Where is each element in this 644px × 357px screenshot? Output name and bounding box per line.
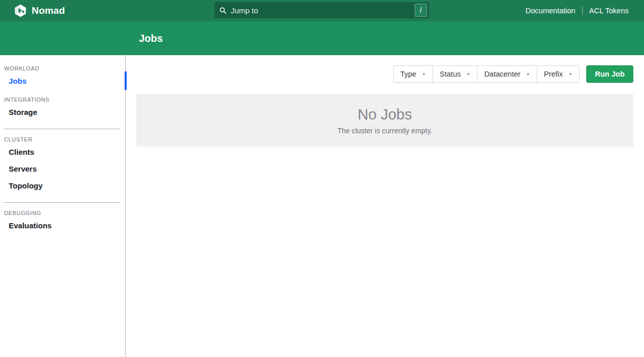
topbar-links: Documentation ACL Tokens [526,7,644,15]
empty-state-title: No Jobs [357,106,412,123]
keyboard-shortcut-badge: / [415,4,427,17]
search-input[interactable] [227,6,415,15]
type-filter-label: Type [400,70,416,78]
page-title: Jobs [139,33,163,44]
sidebar-divider [4,202,121,203]
sidebar-section-debugging: DEBUGGING [4,210,121,216]
sidebar-section-integrations: INTEGRATIONS [4,97,121,103]
chevron-down-icon: ▼ [526,72,531,77]
page-header: Jobs [0,21,644,55]
acl-tokens-link[interactable]: ACL Tokens [589,7,629,15]
datacenter-filter-dropdown[interactable]: Datacenter ▼ [477,65,537,83]
brand-name: Nomad [32,5,65,16]
sidebar-divider [4,129,121,129]
run-job-button[interactable]: Run Job [586,65,633,83]
empty-state: No Jobs The cluster is currently empty. [136,94,633,147]
chevron-down-icon: ▼ [466,72,471,77]
layout: WORKLOAD Jobs INTEGRATIONS Storage CLUST… [0,55,644,357]
nomad-logo-icon [14,4,27,17]
type-filter-dropdown[interactable]: Type ▼ [393,65,433,83]
jobs-toolbar: Type ▼ Status ▼ Datacenter ▼ Prefix ▼ Ru… [136,65,633,83]
sidebar-item-storage[interactable]: Storage [0,104,125,121]
main-content: Type ▼ Status ▼ Datacenter ▼ Prefix ▼ Ru… [126,55,644,357]
sidebar-item-servers[interactable]: Servers [0,160,125,177]
link-separator [582,7,583,15]
sidebar-item-clients[interactable]: Clients [0,144,125,160]
sidebar-section-workload: WORKLOAD [4,65,121,72]
chevron-down-icon: ▼ [421,72,426,77]
documentation-link[interactable]: Documentation [526,7,576,15]
sidebar: WORKLOAD Jobs INTEGRATIONS Storage CLUST… [0,55,126,357]
status-filter-dropdown[interactable]: Status ▼ [433,65,478,83]
prefix-filter-label: Prefix [544,70,563,78]
sidebar-item-topology[interactable]: Topology [0,177,125,194]
top-navbar: Nomad / Documentation ACL Tokens [0,0,644,21]
filter-group: Type ▼ Status ▼ Datacenter ▼ Prefix ▼ [393,65,580,83]
jump-to-search[interactable]: / [214,2,429,18]
sidebar-item-evaluations[interactable]: Evaluations [0,217,125,234]
sidebar-section-cluster: CLUSTER [4,136,121,142]
sidebar-item-jobs[interactable]: Jobs [0,73,125,89]
prefix-filter-dropdown[interactable]: Prefix ▼ [537,65,580,83]
datacenter-filter-label: Datacenter [484,70,520,78]
nomad-logo[interactable]: Nomad [0,4,65,17]
chevron-down-icon: ▼ [568,72,573,77]
status-filter-label: Status [440,70,461,78]
search-icon [219,7,227,14]
empty-state-message: The cluster is currently empty. [338,127,433,135]
